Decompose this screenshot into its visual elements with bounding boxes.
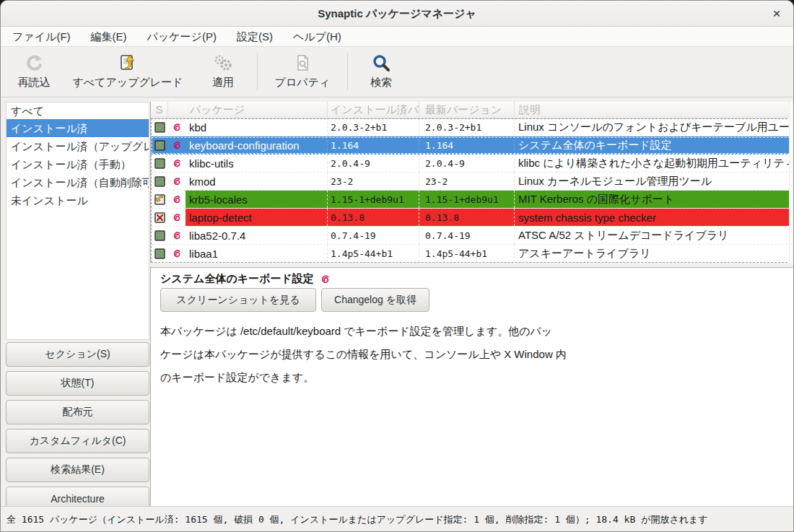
toolbar: 再読込 すべてアップグレード 適用 [1, 47, 793, 97]
apply-icon [213, 51, 233, 74]
reload-label: 再読込 [18, 76, 51, 90]
column-header-latest-version[interactable]: 最新バージョン [419, 102, 515, 118]
sidebar-item-installed-manual[interactable]: インストール済（手動） [6, 155, 149, 173]
package-description: システム全体のキーボード設定 [515, 136, 794, 154]
latest-version: 23-2 [419, 173, 515, 190]
table-header-row: S パッケージ インストール済バージョン 最新バージョン 説明 [151, 102, 794, 118]
sidebar-item-installed-upgradable[interactable]: インストール済（アップグレ [6, 137, 149, 155]
get-changelog-button[interactable]: Changelog を取得 [321, 288, 429, 312]
title-bar: Synaptic パッケージマネージャ × [1, 1, 793, 27]
search-results-button[interactable]: 検索結果(E) [6, 458, 149, 482]
package-description: ATSC A/52 ストリームデコードライブラリ [515, 227, 794, 244]
toolbar-separator [257, 53, 258, 90]
status-button[interactable]: 状態(T) [6, 371, 149, 396]
search-label: 検索 [370, 76, 392, 90]
sections-button[interactable]: セクション(S) [6, 342, 149, 367]
status-installed-icon [151, 227, 168, 244]
package-description: klibc により構築された小さな起動初期用ユーティリティ [515, 154, 794, 172]
debian-swirl-icon [168, 227, 186, 244]
reload-button[interactable]: 再読込 [6, 51, 61, 93]
table-row-selected[interactable]: keyboard-configuration 1.164 1.164 システム全… [151, 136, 794, 154]
table-row[interactable]: klibc-utils 2.0.4-9 2.0.4-9 klibc により構築さ… [151, 154, 794, 173]
sidebar-item-installed-autoremovable[interactable]: インストール済（自動削除可 [6, 173, 149, 191]
upgrade-all-button[interactable]: すべてアップグレード [70, 51, 186, 93]
menu-help[interactable]: ヘルプ(H) [283, 27, 352, 46]
search-button[interactable]: 検索 [358, 51, 404, 93]
table-row[interactable]: kbd 2.0.3-2+b1 2.0.3-2+b1 Linux コンソールのフォ… [151, 118, 794, 136]
menu-edit[interactable]: 編集(E) [81, 27, 137, 46]
table-row[interactable]: libaa1 1.4p5-44+b1 1.4p5-44+b1 アスキーアートライ… [151, 245, 794, 263]
menu-package[interactable]: パッケージ(P) [137, 27, 227, 46]
status-installed-icon [151, 136, 168, 154]
column-header-installed-version[interactable]: インストール済バージョン [328, 102, 419, 118]
latest-version: 1.4p5-44+b1 [419, 245, 515, 262]
table-row[interactable]: kmod 23-2 23-2 Linux カーネルモジュール管理用ツール [151, 173, 794, 191]
debian-swirl-icon [168, 173, 186, 190]
status-installed-icon [151, 118, 168, 136]
menu-settings[interactable]: 設定(S) [227, 27, 283, 46]
sidebar-item-all[interactable]: すべて [6, 103, 149, 119]
filter-list: すべて インストール済 インストール済（アップグレ インストール済（手動） イン… [6, 102, 149, 340]
upgrade-all-icon [118, 51, 137, 74]
debian-swirl-icon [168, 209, 186, 226]
package-name: laptop-detect [186, 209, 328, 226]
latest-version: 1.15-1+deb9u1 [419, 191, 515, 208]
package-name: libaa1 [186, 245, 328, 262]
window-title: Synaptic パッケージマネージャ [1, 1, 793, 27]
vertical-scrollbar[interactable] [789, 102, 794, 263]
get-screenshot-button[interactable]: スクリーンショットを見る [160, 288, 316, 312]
properties-label: プロパティ [275, 76, 331, 90]
table-body: kbd 2.0.3-2+b1 2.0.3-2+b1 Linux コンソールのフォ… [151, 118, 794, 263]
search-icon [372, 51, 391, 74]
apply-label: 適用 [212, 76, 234, 90]
package-table: S パッケージ インストール済バージョン 最新バージョン 説明 kbd 2.0.… [150, 102, 794, 263]
installed-version: 1.4p5-44+b1 [328, 245, 419, 262]
installed-version: 23-2 [328, 173, 419, 190]
details-description: 本パッケージは /etc/default/keyboard でキーボード設定を管… [160, 320, 593, 389]
table-row-marked-upgrade[interactable]: krb5-locales 1.15-1+deb9u1 1.15-1+deb9u1… [151, 191, 794, 209]
origin-button[interactable]: 配布元 [6, 400, 149, 424]
status-bar: 全 1615 パッケージ（インストール済: 1615 個, 破損 0 個, イン… [1, 506, 793, 532]
package-description: MIT Kerberos の国際化サポート [515, 191, 794, 208]
installed-version: 2.0.4-9 [328, 154, 419, 172]
sidebar-item-not-installed[interactable]: 未インストール [6, 191, 149, 209]
debian-swirl-icon [320, 274, 331, 284]
debian-swirl-icon [168, 191, 186, 208]
package-details-panel: システム全体のキーボード設定 スクリーンショットを見る Changelog を取… [150, 267, 794, 506]
upgrade-all-label: すべてアップグレード [72, 76, 183, 90]
debian-swirl-icon [168, 245, 186, 262]
properties-icon [293, 51, 312, 74]
custom-filter-button[interactable]: カスタムフィルタ(C) [6, 429, 149, 453]
latest-version: 1.164 [419, 136, 515, 154]
debian-swirl-icon [168, 118, 186, 136]
column-header-status[interactable]: S [151, 102, 168, 118]
installed-version: 1.15-1+deb9u1 [328, 191, 419, 208]
apply-button[interactable]: 適用 [191, 51, 256, 93]
package-name: liba52-0.7.4 [186, 227, 328, 244]
installed-version: 0.7.4-19 [328, 227, 419, 244]
toolbar-separator [347, 53, 348, 90]
column-header-package[interactable]: パッケージ [168, 102, 328, 118]
status-installed-icon [151, 245, 168, 262]
properties-button[interactable]: プロパティ [266, 51, 339, 93]
reload-icon [25, 51, 44, 74]
table-row[interactable]: liba52-0.7.4 0.7.4-19 0.7.4-19 ATSC A/52… [151, 227, 794, 245]
latest-version: 2.0.3-2+b1 [419, 118, 515, 136]
status-installed-icon [151, 154, 168, 172]
status-remove-icon [151, 209, 168, 226]
status-installed-icon [151, 173, 168, 190]
synaptic-window: Synaptic パッケージマネージャ × ファイル(F) 編集(E) パッケー… [0, 0, 794, 532]
sidebar-item-installed[interactable]: インストール済 [6, 119, 149, 137]
latest-version: 0.7.4-19 [419, 227, 515, 244]
status-summary: 全 1615 パッケージ（インストール済: 1615 個, 破損 0 個, イン… [6, 513, 708, 526]
column-header-description[interactable]: 説明 [515, 102, 794, 118]
table-row-marked-removal[interactable]: laptop-detect 0.13.8 0.13.8 system chass… [151, 209, 794, 227]
package-description: system chassis type checker [515, 209, 794, 226]
package-description: Linux カーネルモジュール管理用ツール [515, 173, 794, 190]
details-title: システム全体のキーボード設定 [160, 272, 331, 286]
package-description: アスキーアートライブラリ [515, 245, 794, 262]
close-button[interactable]: × [767, 4, 786, 23]
debian-swirl-icon [168, 154, 186, 172]
menu-file[interactable]: ファイル(F) [2, 27, 81, 46]
installed-version: 2.0.3-2+b1 [328, 118, 419, 136]
